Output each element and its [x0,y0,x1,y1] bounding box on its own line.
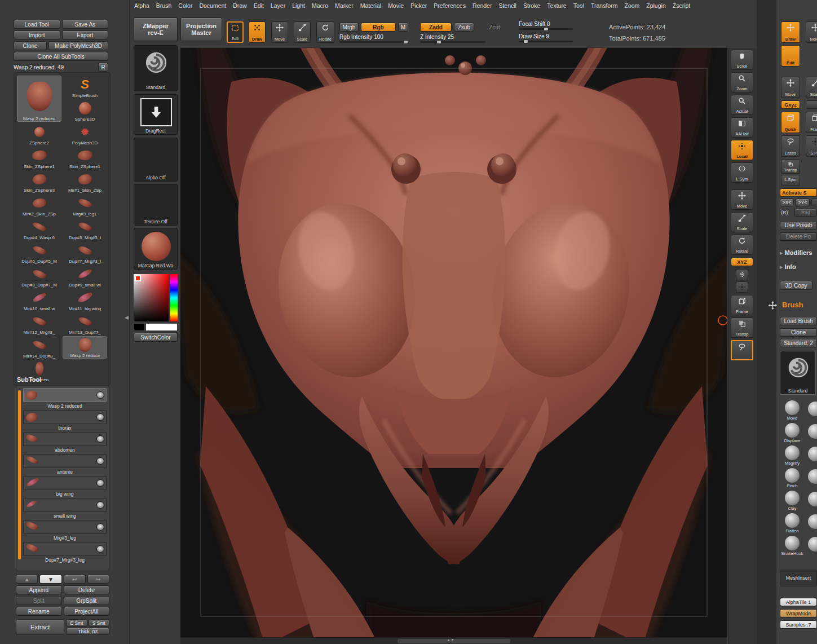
subtool-item-bigwing[interactable]: big wing [23,476,107,498]
brush-thumb-cut[interactable] [808,514,817,529]
strip-move-button[interactable]: Move [731,189,753,210]
modifiers-section-header[interactable]: ▸ Modifiers [780,249,812,257]
append-button[interactable]: Append [16,585,62,594]
brush-thumb-magnify[interactable]: Magnify [780,445,805,466]
zadd-button[interactable]: Zadd [420,23,452,32]
strip-transp-button[interactable]: Transp [731,317,753,338]
focal-shift-slider[interactable]: Focal Shift 0 [519,21,573,30]
tool-thumb-dup7[interactable]: Dup#7_Mrg#3_l [63,241,107,264]
lsym-button[interactable]: L.Sym [731,162,753,183]
panel-scale-button[interactable]: Scale [806,77,817,98]
pivot-icon-button[interactable] [736,281,748,293]
brush-thumb-cut[interactable] [808,402,817,416]
tool-thumb-mir12[interactable]: Mir#12_Mrg#3_ [17,312,61,335]
subtool-item-mrg3leg[interactable]: Mrg#3_leg [23,520,107,542]
panel-cut-pill[interactable] [806,100,817,109]
visibility-eye-icon[interactable] [96,523,104,531]
sym-z-cut-button[interactable] [811,199,817,206]
subtool-item-dup7leg[interactable]: Dup#7_Mrg#3_leg [23,542,107,564]
tool-thumb-mir1[interactable]: Mir#1_Skin_ZSp [63,170,107,193]
menu-marker[interactable]: Marker [335,2,354,9]
panel-gxyz-button[interactable]: Gxyz [781,100,800,109]
menu-zscript[interactable]: Zscript [673,2,691,9]
delete-button[interactable]: Delete [64,585,110,594]
menu-zoom[interactable]: Zoom [624,2,639,9]
hue-strip[interactable] [170,274,178,321]
visibility-eye-icon[interactable] [96,545,104,553]
brush-thumb-displace[interactable]: Displace [780,423,805,443]
panel-spiv-button[interactable]: S.Piv [806,135,817,157]
brush-thumb-cut[interactable] [808,469,817,484]
export-button[interactable]: Export [62,30,109,39]
mesh-insert-section[interactable]: MeshInsert [780,570,817,586]
tool-thumb-wasp2reduce-selected[interactable]: Wasp 2 reduce [63,336,107,359]
tool-thumb-dup5[interactable]: Dup#5_Mrg#3_l [63,218,107,240]
brush-thumb-move[interactable]: Move [780,400,805,421]
info-section-header[interactable]: ▸ Info [780,263,796,271]
delete-posable-button[interactable]: Delete Po [780,232,817,241]
panel-lasso-button[interactable]: Lasso [781,135,800,157]
draw-mode-button[interactable]: Draw [249,21,266,43]
rgb-button[interactable]: Rgb [361,23,396,32]
radial-button[interactable]: Rad [794,209,817,217]
tool-thumb-dup4[interactable]: Dup#4_Wasp 6 [17,218,61,240]
frame-button[interactable]: Frame [731,295,753,315]
menu-picker[interactable]: Picker [410,2,427,9]
tool-thumb-dup8[interactable]: Dup#8_Dup#7_M [17,265,61,288]
use-posable-button[interactable]: Use Posab [780,221,817,230]
rapid-r-button[interactable]: R [98,63,108,72]
menu-draw[interactable]: Draw [233,2,247,9]
clone-all-subtools-button[interactable]: Clone All SubTools [14,52,108,61]
samples-slider[interactable]: Samples .7 [780,620,817,629]
menu-zplugin[interactable]: Zplugin [646,2,665,9]
menu-material[interactable]: Material [360,2,381,9]
zsub-button[interactable]: Zsub [454,23,474,32]
tool-thumb-mir13[interactable]: Mir#13_Dup#7_ [63,312,107,335]
brush-name-readout[interactable]: Standard. 2 [780,339,817,347]
draw-size-slider[interactable]: Draw Size 9 [519,33,573,42]
menu-tool[interactable]: Tool [573,2,584,9]
move-mode-button[interactable]: Move [271,21,288,43]
subtool-copy-up-button[interactable]: ↩ [64,575,86,584]
visibility-eye-icon[interactable] [96,435,104,443]
brush-thumb-clay[interactable]: Clay [780,491,805,511]
menu-color[interactable]: Color [178,2,192,9]
panel-transp-button[interactable]: Transp [781,159,800,174]
brush-thumb-cut[interactable] [808,537,817,552]
zcut-button[interactable]: Zcut [484,23,505,32]
menu-edit[interactable]: Edit [254,2,264,9]
thick-slider[interactable]: Thick .03 [66,628,109,635]
main-color-swatch[interactable] [145,323,178,331]
canvas-horizontal-scrollbar[interactable]: ▲▼ [180,637,727,644]
brush-thumb-cut[interactable] [808,447,817,461]
subtool-copy-down-button[interactable]: ↪ [87,575,109,584]
tool-thumb-mir2[interactable]: Mir#2_Skin_ZSp [17,194,61,217]
e-smt-button[interactable]: E Smt [66,619,87,627]
scrollbar-arrows-icon[interactable]: ▲▼ [447,638,454,642]
s-smt-button[interactable]: S Smt [89,619,109,627]
panel-lsym-button[interactable]: L.Sym [781,175,800,186]
menu-transform[interactable]: Transform [591,2,617,9]
menu-alpha[interactable]: Alpha [134,2,149,9]
panel-move-cut-button[interactable]: Move [806,21,817,43]
sym-y-button[interactable]: >Y< [796,199,810,206]
clone-button[interactable]: Clone [14,41,47,50]
menu-texture[interactable]: Texture [547,2,566,9]
menu-stencil[interactable]: Stencil [498,2,516,9]
subtool-item-thorax[interactable]: thorax [23,410,107,432]
strip-scale-button[interactable]: Scale [731,212,753,232]
brush-clone-button[interactable]: Clone [780,328,817,337]
tool-thumb-mrg3leg1[interactable]: Mrg#3_leg1 [63,194,107,217]
wrap-mode-slider[interactable]: WrapMode [780,609,817,617]
menu-document[interactable]: Document [199,2,226,9]
brush-thumb-snakehook[interactable]: SnakeHook [780,536,805,556]
switch-color-button[interactable]: SwitchColor [134,333,178,342]
subtool-item-wasp[interactable]: Wasp 2 reduced [23,388,107,410]
tool-thumb-zsphere2[interactable]: ZSphere2 [17,123,61,145]
actual-size-button[interactable]: Actual [731,95,753,115]
subtool-down-button[interactable]: ▼ [39,575,61,584]
scale-mode-button[interactable]: Scale [294,21,311,43]
menu-brush[interactable]: Brush [156,2,171,9]
panel-move2-button[interactable]: Move [781,77,800,98]
visibility-eye-icon[interactable] [96,413,104,421]
